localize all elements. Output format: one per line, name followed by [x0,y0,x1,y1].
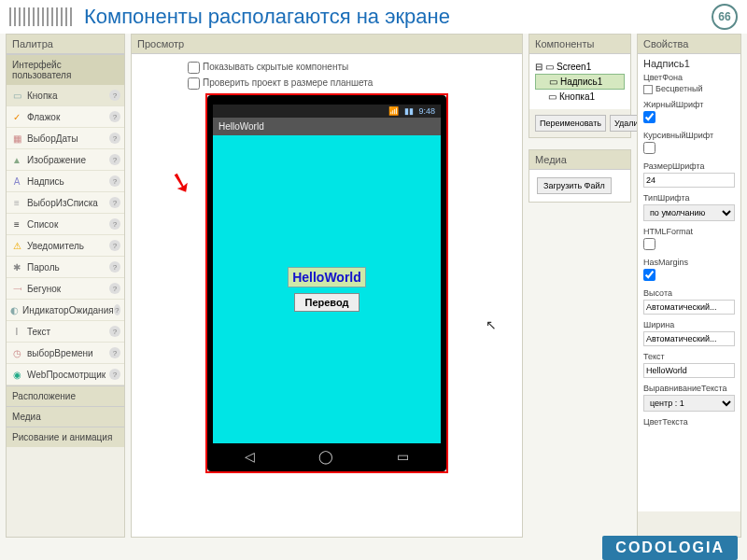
bgcolor-label: ЦветФона [643,73,735,82]
component-icon: ◉ [10,368,23,381]
palette-item[interactable]: ✓Флажок? [7,106,124,128]
palette-item-label: выборВремени [27,348,93,358]
palette-item[interactable]: IТекст? [7,321,124,343]
media-panel: Медиа Загрузить Файл [529,149,631,203]
help-icon[interactable]: ? [109,218,120,230]
align-label: ВыравниваниеТекста [643,384,735,393]
help-icon[interactable]: ? [114,304,120,315]
align-select[interactable]: центр : 1 [643,395,735,412]
palette-category-ui[interactable]: Интерфейс пользователя [7,54,124,85]
app-screen[interactable]: HelloWorld Перевод [213,135,441,443]
phone-highlight-frame: 📶 ▮▮ 9:48 HelloWorld HelloWorld Перевод … [205,93,448,473]
show-hidden-label: Показывать скрытые компоненты [203,62,348,72]
palette-item[interactable]: ⚠Уведомитель? [7,235,124,257]
properties-title: Свойства [638,35,740,54]
label-component[interactable]: HelloWorld [288,267,366,287]
palette-item[interactable]: ◷выборВремени? [7,343,124,364]
palette-category-media[interactable]: Медиа [7,406,124,427]
tree-node[interactable]: ⊟▭Screen1 [535,60,625,74]
bold-checkbox[interactable] [643,111,655,123]
page-title: Компоненты располагаются на экране [84,5,712,29]
hasmargins-checkbox[interactable] [643,269,655,281]
italic-checkbox[interactable] [643,142,655,154]
tablet-size-label: Проверить проект в размере планшета [203,77,373,88]
help-icon[interactable]: ? [109,261,120,273]
component-icon: ✱ [10,260,23,273]
fontsize-input[interactable] [643,173,735,188]
tree-node[interactable]: ▭Надпись1 [535,74,625,90]
help-icon[interactable]: ? [109,283,120,294]
palette-item[interactable]: ◐ИндикаторОжидания? [7,300,124,321]
help-icon[interactable]: ? [109,133,120,144]
palette-item-label: Флажок [27,112,60,122]
palette-item-label: Изображение [27,155,86,165]
palette-item[interactable]: ◉WebПросмотрщик? [7,364,124,385]
rename-button[interactable]: Переименовать [535,115,606,132]
palette-category-drawing[interactable]: Рисование и анимация [7,427,124,447]
viewer-body: Показывать скрытые компоненты Проверить … [132,54,522,537]
palette-item-label: ИндикаторОжидания [22,305,114,315]
palette-category-layout[interactable]: Расположение [7,385,124,406]
fontsize-label: РазмерШрифта [643,161,735,171]
text-input[interactable] [643,363,735,378]
back-icon[interactable]: ◁ [245,449,255,464]
palette-item-label: WebПросмотрщик [27,370,106,380]
palette-item[interactable]: ≡Список? [7,214,124,235]
viewer-panel: Просмотр Показывать скрытые компоненты П… [131,34,523,538]
component-icon: I [10,325,23,338]
help-icon[interactable]: ? [109,175,120,187]
wifi-icon: 📶 [388,106,399,116]
main-layout: Палитра Интерфейс пользователя ▭Кнопка?✓… [0,34,747,538]
help-icon[interactable]: ? [109,347,120,358]
tablet-size-checkbox[interactable] [188,77,200,90]
help-icon[interactable]: ? [109,369,120,380]
bold-label: ЖирныйШрифт [643,100,735,109]
component-icon: ▦ [10,132,23,145]
component-icon: ≡ [10,196,23,209]
bgcolor-value[interactable]: Бесцветный [655,84,703,93]
palette-item[interactable]: ▦ВыборДаты? [7,128,124,149]
width-label: Ширина [643,320,735,329]
help-icon[interactable]: ? [109,111,120,122]
palette-title: Палитра [7,35,124,54]
palette-item-label: Текст [27,327,50,337]
components-title: Компоненты [529,35,630,54]
show-hidden-checkbox[interactable] [188,62,200,74]
palette-item[interactable]: ▭Кнопка? [7,85,124,106]
palette-item[interactable]: ▲Изображение? [7,149,124,171]
recent-icon[interactable]: ▭ [397,449,409,464]
hasmargins-label: HasMargins [643,258,735,267]
help-icon[interactable]: ? [109,326,120,337]
help-icon[interactable]: ? [109,197,120,208]
button-component[interactable]: Перевод [294,293,359,312]
tree-node[interactable]: ▭Кнопка1 [535,90,625,104]
palette-item-label: Пароль [27,262,60,273]
palette-item[interactable]: ⟞Бегунок? [7,278,124,300]
decorative-dots [9,7,75,26]
tree-node-label: Надпись1 [560,77,602,87]
upload-file-button[interactable]: Загрузить Файл [537,177,612,194]
palette-item[interactable]: AНадпись? [7,171,124,192]
bgcolor-swatch[interactable] [643,85,653,94]
htmlformat-checkbox[interactable] [643,238,655,250]
help-icon[interactable]: ? [109,154,120,165]
component-tree: ⊟▭Screen1▭Надпись1▭Кнопка1 [529,54,630,109]
component-icon: ≡ [10,217,23,231]
italic-label: КурсивныйШрифт [643,131,735,140]
phone-statusbar: 📶 ▮▮ 9:48 [213,105,441,118]
width-input[interactable] [643,331,735,346]
help-icon[interactable]: ? [109,90,120,101]
fonttype-select[interactable]: по умолчанию [643,204,735,221]
help-icon[interactable]: ? [109,240,120,251]
selected-component-name: Надпись1 [643,58,735,69]
component-icon: ▭ [545,62,554,72]
component-icon: ⚠ [10,239,23,252]
expand-icon[interactable]: ⊟ [535,62,543,72]
height-input[interactable] [643,300,735,315]
palette-item-label: Список [27,219,58,230]
palette-item[interactable]: ✱Пароль? [7,257,124,278]
palette-item[interactable]: ≡ВыборИзСписка? [7,192,124,214]
home-icon[interactable]: ◯ [318,449,333,464]
height-label: Высота [643,288,735,298]
palette-item-label: Надпись [27,176,64,187]
